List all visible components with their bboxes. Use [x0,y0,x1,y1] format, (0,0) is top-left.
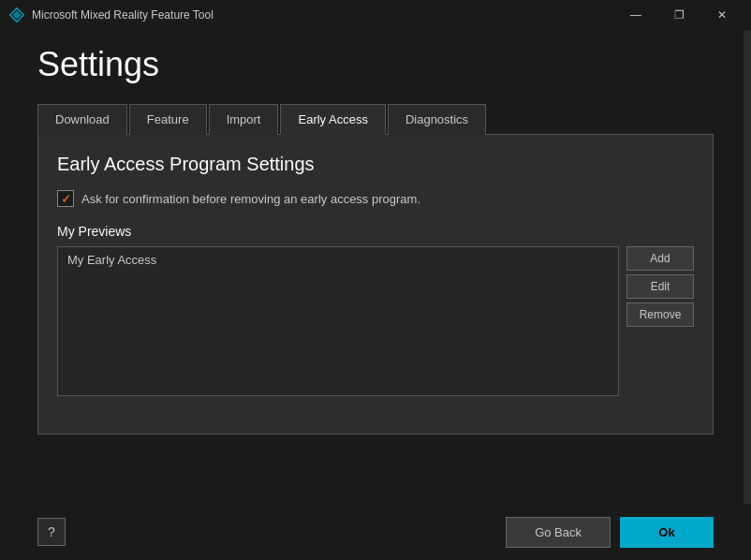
confirmation-checkbox-label: Ask for confirmation before removing an … [81,192,420,206]
add-button[interactable]: Add [626,246,694,271]
go-back-button[interactable]: Go Back [506,517,611,548]
list-and-buttons: My Early Access Add Edit Remove [57,246,694,396]
page-title: Settings [37,45,714,84]
help-button[interactable]: ? [37,518,66,546]
tab-diagnostics[interactable]: Diagnostics [388,104,486,135]
tab-bar: Download Feature Import Early Access Dia… [37,103,714,135]
title-bar: Microsoft Mixed Reality Feature Tool — ❐… [0,0,751,30]
minimize-button[interactable]: — [614,0,657,30]
early-access-list[interactable]: My Early Access [57,246,619,396]
restore-button[interactable]: ❐ [657,0,700,30]
close-button[interactable]: ✕ [700,0,744,30]
window-title: Microsoft Mixed Reality Feature Tool [32,8,614,22]
app-icon [7,6,26,24]
bottom-bar: ? Go Back Ok [0,504,751,560]
ok-button[interactable]: Ok [620,517,714,548]
tab-panel-early-access: Early Access Program Settings ✓ Ask for … [37,135,714,435]
scroll-track [744,30,751,504]
tab-feature[interactable]: Feature [129,104,207,135]
tab-download[interactable]: Download [37,104,127,135]
tab-early-access[interactable]: Early Access [280,104,385,135]
list-item[interactable]: My Early Access [58,247,618,273]
section-title: Early Access Program Settings [57,154,694,175]
list-action-buttons: Add Edit Remove [626,246,694,396]
checkmark-icon: ✓ [61,193,71,205]
my-previews-label: My Previews [57,224,694,239]
main-content: Settings Download Feature Import Early A… [0,30,751,435]
window-controls: — ❐ ✕ [614,0,744,30]
remove-button[interactable]: Remove [626,302,694,327]
tab-import[interactable]: Import [209,104,279,135]
bottom-right-actions: Go Back Ok [506,517,714,548]
confirmation-checkbox-row[interactable]: ✓ Ask for confirmation before removing a… [57,190,694,207]
confirmation-checkbox[interactable]: ✓ [57,190,74,207]
edit-button[interactable]: Edit [626,274,694,299]
